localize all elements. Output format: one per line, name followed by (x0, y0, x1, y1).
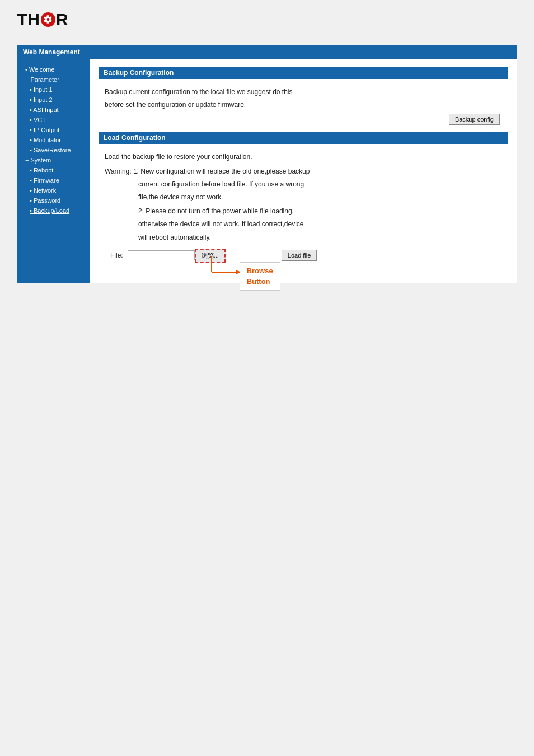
callout-arrow-icon (200, 256, 217, 273)
backup-section-header: Backup Configuration (99, 67, 508, 79)
sidebar-item-save-restore[interactable]: • Save/Restore (17, 145, 90, 155)
file-label: File: (110, 250, 123, 261)
main-container: Web Management • Welcome − Parameter • I… (17, 45, 517, 283)
bullet-icon: • (30, 187, 34, 194)
load-warning-title: Warning: 1. New configuration will repla… (105, 166, 502, 177)
sidebar-item-firmware[interactable]: • Firmware (17, 175, 90, 185)
content-area: • Welcome − Parameter • Input 1 • Input … (17, 59, 517, 283)
main-content: Backup Configuration Backup current conf… (90, 59, 517, 283)
sidebar-item-system[interactable]: − System (17, 155, 90, 165)
logo-text-th: TH (17, 10, 40, 29)
bullet-icon: • (30, 116, 34, 123)
load-file-button[interactable]: Load file (282, 250, 317, 261)
sidebar-item-input1[interactable]: • Input 1 (17, 85, 90, 95)
bullet-icon: • (30, 167, 34, 174)
sidebar-item-ip-output[interactable]: • IP Output (17, 125, 90, 135)
file-row: File: 浏览... Browse Button Load file (105, 249, 502, 263)
load-intro: Load the backup file to restore your con… (105, 152, 502, 162)
backup-title: Backup Configuration (104, 69, 174, 77)
logo-text-r: R (56, 10, 68, 29)
sidebar-item-backup-load[interactable]: • Backup/Load (17, 206, 90, 216)
sidebar-item-welcome[interactable]: • Welcome (17, 64, 90, 74)
sidebar-item-password[interactable]: • Password (17, 195, 90, 206)
bullet-icon: • (30, 147, 34, 153)
file-input[interactable] (128, 250, 195, 260)
load-section-content: Load the backup file to restore your con… (99, 148, 508, 269)
load-title: Load Configuration (104, 134, 166, 142)
sidebar: • Welcome − Parameter • Input 1 • Input … (17, 59, 90, 283)
load-section-header: Load Configuration (99, 132, 508, 144)
browse-callout-container: 浏览... Browse Button (195, 249, 226, 263)
sidebar-item-network[interactable]: • Network (17, 185, 90, 195)
logo-area: TH R (0, 0, 534, 36)
sidebar-item-input2[interactable]: • Input 2 (17, 95, 90, 105)
gear-icon (41, 12, 55, 27)
backup-desc-line1: Backup current configuration to the loca… (105, 87, 502, 97)
bullet-icon: • (30, 207, 34, 214)
bullet-icon: • (25, 66, 29, 73)
warning2-line1: 2. Please do not turn off the power whil… (105, 206, 502, 217)
warning1-line1: 1. New configuration will replace the ol… (133, 167, 310, 175)
bullet-icon: • (30, 127, 34, 133)
sidebar-item-parameter[interactable]: − Parameter (17, 74, 90, 85)
sidebar-item-vct[interactable]: • VCT (17, 115, 90, 125)
warning2-line3: will reboot automatically. (105, 232, 502, 243)
bullet-icon: • (30, 137, 34, 143)
sidebar-item-reboot[interactable]: • Reboot (17, 165, 90, 175)
bullet-icon: • (30, 177, 34, 184)
warning1-line2: current configuration before load file. … (105, 179, 502, 190)
backup-section-content: Backup current configuration to the loca… (99, 83, 508, 132)
backup-config-button[interactable]: Backup config (449, 114, 500, 125)
header-title: Web Management (23, 48, 80, 56)
browse-callout-label: Browse Button (240, 262, 280, 291)
sidebar-item-modulator[interactable]: • Modulator (17, 135, 90, 145)
bullet-icon: • (30, 197, 34, 204)
bullet-icon: • (30, 96, 34, 103)
backup-desc-line2: before set the configuration or update f… (105, 100, 502, 110)
web-management-header: Web Management (17, 45, 517, 59)
sidebar-item-asi-input[interactable]: • ASI Input (17, 105, 90, 115)
warning1-line3: file,the device may not work. (105, 192, 502, 203)
bullet-icon: • (30, 86, 34, 93)
warning2-line2: otherwise the device will not work. If l… (105, 219, 502, 230)
